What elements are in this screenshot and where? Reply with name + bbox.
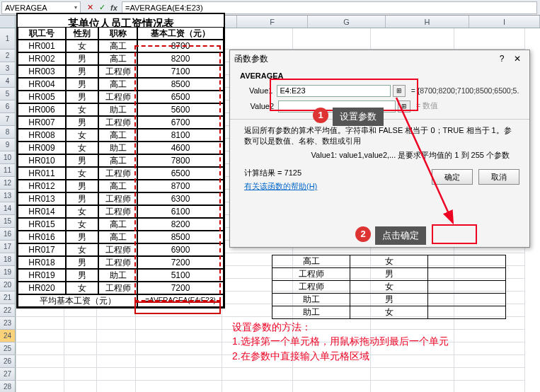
cell[interactable]: [64, 330, 97, 342]
table-cell[interactable]: 6500: [137, 91, 224, 103]
table-cell[interactable]: 8100: [137, 129, 224, 142]
table-cell[interactable]: [428, 306, 506, 319]
table-cell[interactable]: 高工: [98, 218, 137, 231]
table-cell[interactable]: 女: [66, 40, 98, 52]
row-header[interactable]: 5: [0, 88, 16, 100]
cell[interactable]: [293, 368, 371, 381]
row-header[interactable]: 22: [0, 304, 16, 317]
table-cell[interactable]: 8500: [137, 78, 224, 91]
row-header[interactable]: 21: [0, 292, 16, 304]
table-cell[interactable]: HR013: [18, 192, 66, 205]
table-cell[interactable]: 6700: [137, 116, 224, 129]
col-header-f[interactable]: F: [237, 16, 308, 28]
table-cell[interactable]: 工程师: [98, 65, 137, 78]
row-header[interactable]: 11: [0, 164, 16, 177]
cell[interactable]: [16, 317, 64, 330]
table-cell[interactable]: 6500: [137, 167, 224, 180]
table-cell[interactable]: HR019: [18, 269, 66, 282]
dialog-titlebar[interactable]: 函数参数 ? ✕: [230, 50, 529, 67]
table-cell[interactable]: 高工: [98, 78, 137, 91]
cell[interactable]: [454, 355, 525, 368]
table-cell[interactable]: HR001: [18, 40, 66, 52]
table-cell[interactable]: 8200: [137, 218, 224, 231]
table-cell[interactable]: [428, 294, 506, 306]
table-cell[interactable]: 工程师: [98, 116, 137, 129]
table-cell[interactable]: 工程师: [272, 281, 350, 294]
row-header[interactable]: 13: [0, 190, 16, 202]
cell[interactable]: [454, 381, 525, 392]
table-cell[interactable]: 高工: [98, 180, 137, 192]
table-cell[interactable]: 5600: [137, 103, 224, 116]
table-cell[interactable]: 女: [66, 218, 98, 231]
cell[interactable]: [16, 342, 64, 355]
table-cell[interactable]: 男: [66, 52, 98, 65]
table-cell[interactable]: HR006: [18, 103, 66, 116]
cell[interactable]: [222, 381, 293, 392]
cell[interactable]: [64, 381, 97, 392]
table-cell[interactable]: HR014: [18, 205, 66, 218]
table-cell[interactable]: 男: [66, 231, 98, 243]
table-cell[interactable]: 女: [66, 142, 98, 154]
row-header[interactable]: 26: [0, 355, 16, 368]
cell[interactable]: [64, 368, 97, 381]
table-cell[interactable]: HR007: [18, 116, 66, 129]
ok-button[interactable]: 确定: [432, 169, 473, 185]
cell[interactable]: [371, 368, 454, 381]
table-cell[interactable]: 男: [66, 180, 98, 192]
row-header[interactable]: 24: [0, 330, 16, 342]
row-header[interactable]: 28: [0, 381, 16, 392]
row-header[interactable]: 2: [0, 50, 16, 62]
cell[interactable]: [16, 368, 64, 381]
enter-icon[interactable]: ✓: [97, 3, 107, 13]
cell[interactable]: [64, 317, 97, 330]
table-cell[interactable]: HR010: [18, 154, 66, 167]
table-cell[interactable]: 工程师: [98, 243, 137, 256]
col-header-i[interactable]: I: [469, 16, 540, 28]
row-header[interactable]: 23: [0, 317, 16, 330]
table-cell[interactable]: 男: [66, 65, 98, 78]
row-header[interactable]: 15: [0, 215, 16, 228]
table-cell[interactable]: 女: [66, 167, 98, 180]
cell[interactable]: [454, 28, 525, 50]
row-header[interactable]: 6: [0, 100, 16, 113]
table-cell[interactable]: 4600: [137, 142, 224, 154]
help-icon[interactable]: ?: [494, 54, 510, 64]
table-cell[interactable]: 6300: [137, 192, 224, 205]
table-cell[interactable]: 7200: [137, 256, 224, 269]
dropdown-icon[interactable]: ▾: [74, 4, 77, 11]
cell[interactable]: [16, 330, 64, 342]
table-cell[interactable]: 高工: [98, 40, 137, 52]
cell[interactable]: [64, 355, 97, 368]
table-cell[interactable]: 女: [66, 282, 98, 294]
table-cell[interactable]: 助工: [272, 294, 350, 306]
table-cell[interactable]: 8200: [137, 52, 224, 65]
table-cell[interactable]: 5100: [137, 269, 224, 282]
col-header-h[interactable]: H: [386, 16, 469, 28]
row-header[interactable]: 1: [0, 28, 16, 50]
arg1-input[interactable]: [277, 85, 391, 97]
cell[interactable]: [97, 381, 136, 392]
select-all-corner[interactable]: [0, 16, 16, 28]
row-header[interactable]: 16: [0, 228, 16, 241]
cell[interactable]: [371, 381, 454, 392]
table-cell[interactable]: 女: [66, 129, 98, 142]
table-cell[interactable]: 男: [350, 268, 428, 281]
row-header[interactable]: 8: [0, 126, 16, 139]
table-cell[interactable]: 8700: [137, 40, 224, 52]
row-header[interactable]: 3: [0, 62, 16, 75]
table-cell[interactable]: 助工: [98, 142, 137, 154]
cell[interactable]: [136, 368, 222, 381]
table-cell[interactable]: 男: [66, 116, 98, 129]
cell[interactable]: [293, 381, 371, 392]
cell[interactable]: [222, 368, 293, 381]
formula-input[interactable]: =AVERAGEA(E4:E23): [122, 1, 537, 14]
col-header-g[interactable]: G: [308, 16, 386, 28]
cell[interactable]: [97, 330, 136, 342]
table-cell[interactable]: HR017: [18, 243, 66, 256]
table-cell[interactable]: HR008: [18, 129, 66, 142]
cell[interactable]: [16, 381, 64, 392]
table-cell[interactable]: 高工: [98, 129, 137, 142]
table-cell[interactable]: 工程师: [98, 91, 137, 103]
cell[interactable]: [97, 317, 136, 330]
cell[interactable]: [454, 330, 525, 342]
